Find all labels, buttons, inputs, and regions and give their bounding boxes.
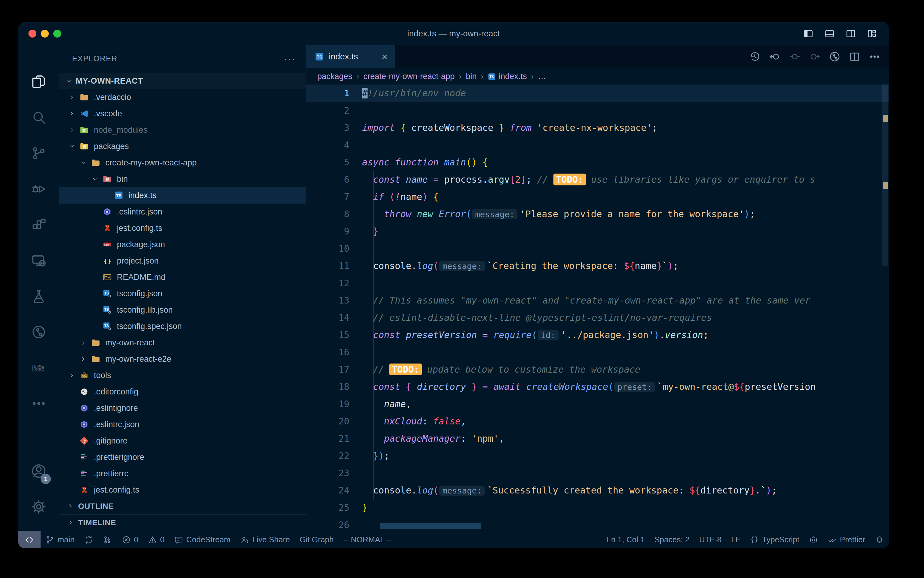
code-line-6[interactable]: 6 const name = process.argv[2]; // TODO:… [306,171,889,188]
code-line-14[interactable]: 14 // eslint-disable-next-line @typescri… [306,309,889,326]
code-line-15[interactable]: 15 const presetVersion = require(id:'../… [306,326,889,344]
code-line-12[interactable]: 12 [306,274,889,292]
layout-sidebar-left-button[interactable] [802,29,814,39]
status-remote-indicator[interactable] [18,531,40,548]
line-number[interactable]: 17 [306,361,361,378]
line-number[interactable]: 24 [306,482,361,499]
line-number[interactable]: 18 [306,378,361,395]
code-line-16[interactable]: 16 [306,344,889,361]
code-line-3[interactable]: 3import { createWorkspace } from 'create… [306,119,889,136]
line-number[interactable]: 7 [306,188,361,205]
tree-item-README.md[interactable]: README.md [59,269,306,285]
more-actions-button[interactable] [869,51,880,62]
line-number[interactable]: 16 [306,344,361,361]
workspace-root-folder[interactable]: MY-OWN-REACT [59,73,306,89]
tree-item-my-own-react[interactable]: my-own-react [59,334,306,351]
line-number[interactable]: 20 [306,412,361,430]
line-number[interactable]: 3 [306,119,361,136]
code-line-19[interactable]: 19 name, [306,395,889,412]
tree-item-bin[interactable]: 0110bin [59,171,306,187]
line-number[interactable]: 21 [306,430,361,447]
activity-extensions[interactable] [18,207,59,243]
tree-item-node_modules[interactable]: JSnode_modules [59,122,306,138]
tab-index-ts[interactable]: TS index.ts × [306,45,395,68]
tree-item-project.json[interactable]: {}project.json [59,253,306,269]
status-eol[interactable]: LF [726,531,745,548]
status-language-mode[interactable]: TypeScript [745,531,804,548]
tree-item-index.ts[interactable]: TSindex.ts [59,187,306,204]
tree-item-.eslintrc.json[interactable]: .eslintrc.json [59,204,306,220]
explorer-more-actions[interactable]: ··· [284,53,296,65]
breadcrumb-item-bin[interactable]: bin [466,72,477,81]
navigate-position-button[interactable] [789,51,801,62]
line-number[interactable]: 9 [306,222,361,240]
activity-remote-explorer[interactable] [18,243,59,278]
code-line-1[interactable]: 1#!/usr/bin/env node [306,84,889,102]
tree-item-.gitignore[interactable]: .gitignore [59,433,306,449]
status-indentation[interactable]: Spaces: 2 [650,531,694,548]
activity-settings[interactable] [18,489,59,525]
tree-item-my-own-react-e2e[interactable]: my-own-react-e2e [59,351,306,367]
panel-timeline[interactable]: TIMELINE [59,515,306,531]
navigate-forward-button[interactable] [809,51,820,62]
code-line-13[interactable]: 13 // This assumes "my-own-react" and "c… [306,292,889,309]
status-git-graph-status[interactable]: Git Graph [295,531,339,548]
code-editor[interactable]: 1#!/usr/bin/env node23import { createWor… [306,84,889,531]
line-number[interactable]: 12 [306,274,361,292]
code-line-18[interactable]: 18 const { directory } = await createWor… [306,378,889,395]
status-notifications[interactable] [870,531,889,548]
line-number[interactable]: 4 [306,136,361,154]
tree-item-jest.config.ts[interactable]: jest.config.ts [59,220,306,236]
close-tab-icon[interactable]: × [382,52,388,62]
activity-nx-console[interactable]: N≥ [18,350,59,386]
code-line-4[interactable]: 4 [306,136,889,154]
tree-item-.eslintrc.json[interactable]: .eslintrc.json [59,416,306,433]
status-gitlens-compare[interactable] [98,531,117,548]
line-number[interactable]: 23 [306,464,361,482]
line-number[interactable]: 10 [306,240,361,257]
horizontal-scrollbar[interactable] [380,523,481,529]
line-number[interactable]: 19 [306,395,361,412]
breadcrumb-item-create-my-own-react-app[interactable]: create-my-own-react-app [363,72,455,81]
code-line-17[interactable]: 17 // TODO: update below to customize th… [306,361,889,378]
breadcrumb-item-index-ts[interactable]: TSindex.ts [488,72,527,81]
tree-item-tsconfig.lib.json[interactable]: TStsconfig.lib.json [59,302,306,318]
tree-item-.prettierrc[interactable]: .prettierrc [59,465,306,482]
tree-item-create-my-own-react-app[interactable]: create-my-own-react-app [59,154,306,171]
status-codestream[interactable]: CodeStream [169,531,235,548]
panel-outline[interactable]: OUTLINE [59,498,306,515]
code-line-2[interactable]: 2 [306,102,889,119]
activity-source-control[interactable] [18,135,59,171]
activity-explorer[interactable] [18,64,59,100]
activity-git-graph[interactable] [18,314,59,350]
layout-customize-button[interactable] [866,29,878,39]
status-problems-warnings[interactable]: 0 [143,531,169,548]
status-vim-mode[interactable]: -- NORMAL -- [338,531,396,548]
tree-item-.verdaccio[interactable]: .verdaccio [59,89,306,106]
code-line-23[interactable]: 23 [306,464,889,482]
tree-item-packages[interactable]: packages [59,138,306,154]
navigate-back-button[interactable] [769,51,780,62]
activity-additional-views[interactable] [18,386,59,421]
code-line-7[interactable]: 7 if (!name) { [306,188,889,205]
git-file-history-button[interactable] [829,51,840,62]
open-timeline-button[interactable] [749,51,761,62]
code-line-5[interactable]: 5async function main() { [306,154,889,171]
breadcrumb-item-packages[interactable]: packages [317,72,353,81]
code-line-25[interactable]: 25} [306,499,889,516]
layout-panel-button[interactable] [824,29,836,39]
tree-item-.editorconfig[interactable]: .editorconfig [59,383,306,400]
activity-accounts[interactable]: 1 [18,453,59,489]
code-line-22[interactable]: 22 }); [306,447,889,464]
status-problems-errors[interactable]: 0 [117,531,143,548]
status-prettier[interactable]: Prettier [823,531,870,548]
status-copilot[interactable] [804,531,823,548]
tree-item-.vscode[interactable]: .vscode [59,106,306,122]
status-cursor-position[interactable]: Ln 1, Col 1 [602,531,650,548]
line-number[interactable]: 13 [306,292,361,309]
code-line-8[interactable]: 8 throw new Error(message:'Please provid… [306,205,889,222]
code-line-10[interactable]: 10 [306,240,889,257]
layout-sidebar-right-button[interactable] [845,29,857,39]
status-encoding[interactable]: UTF-8 [694,531,726,548]
tree-item-.prettierignore[interactable]: .prettierignore [59,449,306,465]
